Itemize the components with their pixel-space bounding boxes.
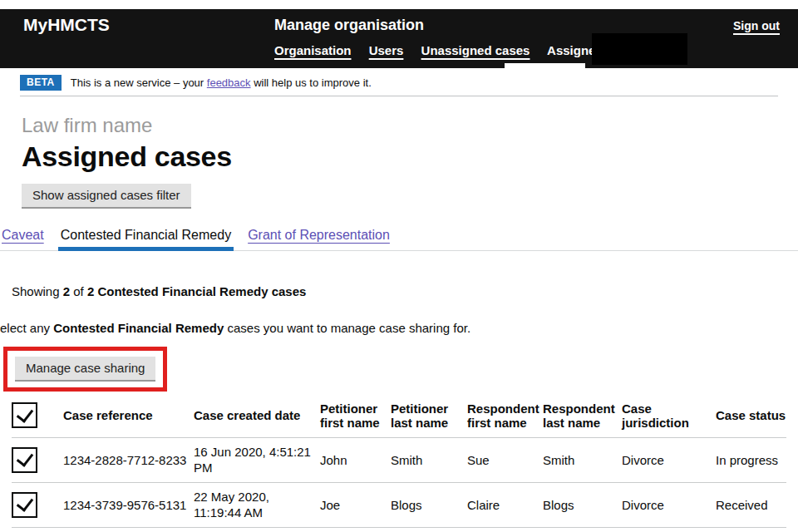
col-respondent-last-name: Respondent last name — [543, 394, 622, 437]
show-filter-button[interactable]: Show assigned cases filter — [22, 184, 191, 209]
tab-contested-financial-remedy[interactable]: Contested Financial Remedy — [58, 228, 234, 251]
petitioner-last-name: Smith — [391, 437, 467, 482]
row-checkbox[interactable] — [12, 492, 37, 518]
annotation-highlight-box: Manage case sharing — [3, 347, 167, 392]
active-nav-indicator — [505, 63, 585, 68]
col-respondent-first-name: Respondent first name — [467, 394, 543, 437]
results-summary: Showing 2 of 2 Contested Financial Remed… — [12, 284, 798, 298]
redacted-text — [592, 33, 687, 65]
petitioner-first-name: John — [320, 437, 391, 482]
org-name-caption: Law firm name — [22, 114, 798, 137]
header-nav: Organisation Users Unassigned cases Assi… — [274, 43, 642, 57]
nav-unassigned-cases[interactable]: Unassigned cases — [421, 43, 530, 57]
instruction-case-type: Contested Financial Remedy — [53, 321, 224, 335]
table-row: 1234-2828-7712-8233 16 Jun 2020, 4:51:21… — [12, 437, 786, 482]
nav-organisation[interactable]: Organisation — [274, 43, 352, 57]
checkmark-icon — [16, 494, 33, 512]
page-title: Assigned cases — [22, 140, 798, 172]
respondent-first-name: Claire — [467, 482, 543, 527]
summary-middle: of — [70, 284, 87, 298]
feedback-link[interactable]: feedback — [207, 76, 251, 89]
petitioner-first-name: Joe — [320, 482, 391, 527]
page: MyHMCTS Manage organisation Organisation… — [0, 0, 798, 532]
beta-badge: BETA — [20, 75, 62, 91]
row-checkbox[interactable] — [12, 447, 37, 473]
col-case-reference: Case reference — [63, 394, 194, 437]
page-title-header: Manage organisation — [274, 17, 424, 34]
header: MyHMCTS Manage organisation Organisation… — [0, 9, 798, 68]
col-case-status: Case status — [716, 394, 786, 437]
respondent-first-name: Sue — [467, 437, 543, 482]
instruction-before: Select any — [0, 321, 53, 335]
case-created-date: 22 May 2020, 11:19:44 AM — [194, 482, 320, 527]
beta-text-after: will help us to improve it. — [251, 76, 372, 89]
tab-grant-of-representation[interactable]: Grant of Representation — [248, 228, 390, 250]
manage-case-sharing-button[interactable]: Manage case sharing — [15, 357, 155, 382]
summary-prefix: Showing — [12, 284, 63, 298]
tab-caveat[interactable]: Caveat — [2, 228, 44, 250]
instruction-text: Select any Contested Financial Remedy ca… — [0, 321, 798, 335]
checkmark-icon — [16, 449, 33, 467]
case-created-date: 16 Jun 2020, 4:51:21 PM — [194, 437, 320, 482]
case-jurisdiction: Divorce — [622, 482, 716, 527]
beta-text-before: This is a new service – your — [71, 76, 207, 89]
instruction-after: cases you want to manage case sharing fo… — [224, 321, 470, 335]
petitioner-last-name: Blogs — [391, 482, 467, 527]
checkmark-icon — [16, 405, 33, 423]
summary-count: 2 — [63, 284, 70, 298]
select-all-checkbox[interactable] — [12, 402, 37, 428]
nav-users[interactable]: Users — [369, 43, 404, 57]
beta-banner: BETA This is a new service – your feedba… — [20, 68, 778, 96]
case-status: In progress — [716, 437, 786, 482]
col-petitioner-last-name: Petitioner last name — [391, 394, 467, 437]
case-reference: 1234-3739-9576-5131 — [63, 482, 194, 527]
table-header-row: Case reference Case created date Petitio… — [12, 394, 786, 437]
respondent-last-name: Blogs — [543, 482, 622, 527]
respondent-last-name: Smith — [543, 437, 622, 482]
col-case-jurisdiction: Case jurisdiction — [622, 394, 716, 437]
top-margin — [0, 0, 798, 9]
case-type-tabs: Caveat Contested Financial Remedy Grant … — [0, 228, 798, 251]
sign-out-link[interactable]: Sign out — [733, 19, 780, 32]
app-logo[interactable]: MyHMCTS — [23, 15, 110, 35]
table-row: 1234-3739-9576-5131 22 May 2020, 11:19:4… — [12, 482, 786, 527]
beta-text: This is a new service – your feedback wi… — [71, 76, 372, 89]
assigned-cases-table: Case reference Case created date Petitio… — [12, 394, 786, 528]
case-status: Received — [716, 482, 786, 527]
col-case-created-date: Case created date — [194, 394, 320, 437]
page-head: Law firm name Assigned cases Show assign… — [0, 114, 798, 209]
col-petitioner-first-name: Petitioner first name — [320, 394, 391, 437]
summary-total: 2 Contested Financial Remedy cases — [87, 284, 306, 298]
case-reference: 1234-2828-7712-8233 — [63, 437, 194, 482]
case-jurisdiction: Divorce — [622, 437, 716, 482]
